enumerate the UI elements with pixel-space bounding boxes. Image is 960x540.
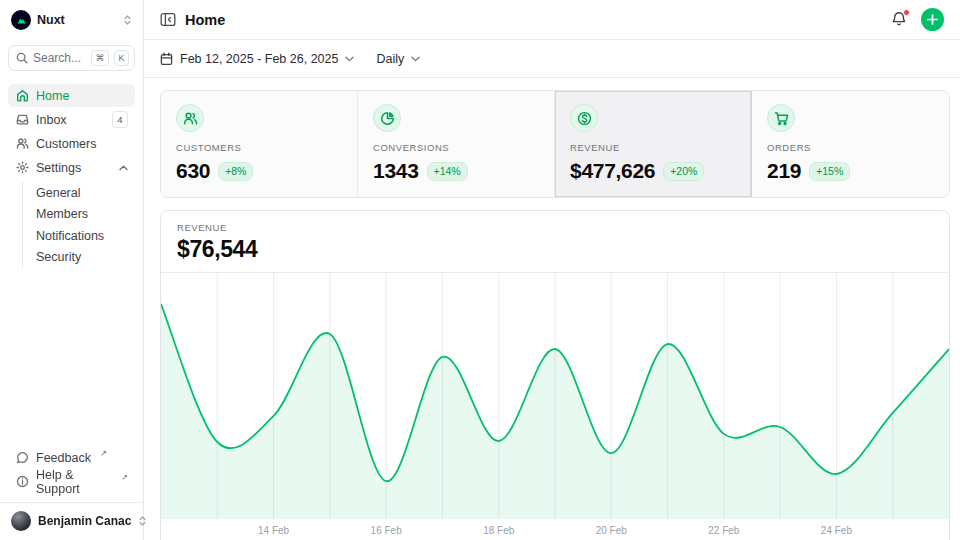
sidebar-spacer — [8, 270, 135, 446]
search-input[interactable]: Search... ⌘ K — [8, 45, 135, 71]
sidebar-subitem-security[interactable]: Security — [23, 247, 135, 269]
granularity-select[interactable]: Daily — [376, 52, 420, 66]
inbox-icon — [15, 113, 29, 126]
circle-dollar-icon — [570, 104, 598, 132]
sidebar-item-inbox[interactable]: Inbox 4 — [8, 108, 135, 131]
footer-link-label: Help & Support — [36, 468, 112, 496]
search-icon — [16, 52, 28, 64]
stat-card-orders[interactable]: ORDERS 219 +15% — [752, 91, 949, 197]
x-tick-label: 16 Feb — [371, 525, 402, 536]
chevron-up-down-icon — [123, 14, 132, 26]
stat-delta-badge: +8% — [218, 162, 253, 181]
filters-toolbar: Feb 12, 2025 - Feb 26, 2025 Daily — [144, 40, 960, 78]
chat-bubble-icon — [15, 451, 29, 464]
sidebar-subitem-notifications[interactable]: Notifications — [23, 225, 135, 247]
team-selector[interactable]: Nuxt — [8, 6, 135, 34]
kbd-meta: ⌘ — [91, 50, 109, 66]
stat-card-revenue[interactable]: REVENUE $477,626 +20% — [555, 91, 752, 197]
inbox-count-badge: 4 — [112, 111, 128, 129]
stat-label: CONVERSIONS — [373, 142, 539, 153]
stat-value: 219 — [767, 158, 801, 184]
subitem-label: General — [36, 186, 80, 200]
stat-value: $477,626 — [570, 158, 655, 184]
notification-dot — [903, 9, 910, 16]
x-tick-label: 20 Feb — [596, 525, 627, 536]
settings-submenu: General Members Notifications Security — [22, 182, 135, 268]
users-icon — [176, 104, 204, 132]
sidebar-footer-nav: Feedback ↗ Help & Support ↗ — [8, 446, 135, 494]
subitem-label: Members — [36, 207, 88, 221]
info-circle-icon — [15, 475, 29, 488]
date-range-picker[interactable]: Feb 12, 2025 - Feb 26, 2025 — [160, 52, 354, 66]
chart-pie-icon — [373, 104, 401, 132]
granularity-label: Daily — [376, 52, 404, 66]
chart-metric-value: $76,544 — [177, 236, 933, 262]
sidebar-subitem-general[interactable]: General — [23, 182, 135, 204]
chevron-down-icon — [411, 56, 420, 62]
stat-card-customers[interactable]: CUSTOMERS 630 +8% — [161, 91, 358, 197]
subitem-label: Security — [36, 250, 81, 264]
collapse-sidebar-icon[interactable] — [160, 12, 176, 27]
user-menu[interactable]: Benjamin Canac — [0, 502, 143, 540]
x-tick-label: 22 Feb — [708, 525, 739, 536]
stat-label: REVENUE — [570, 142, 736, 153]
sidebar-item-label: Inbox — [36, 113, 67, 127]
x-tick-label: 14 Feb — [258, 525, 289, 536]
main-panel: Home Feb 12, 2025 - Feb 26, 2025 Daily — [144, 0, 960, 540]
shopping-cart-icon — [767, 104, 795, 132]
external-link-icon: ↗ — [100, 449, 107, 458]
sidebar-item-label: Home — [36, 89, 69, 103]
chevron-up-icon — [119, 165, 128, 171]
stat-value: 1343 — [373, 158, 419, 184]
date-range-label: Feb 12, 2025 - Feb 26, 2025 — [180, 52, 338, 66]
gear-icon — [15, 161, 29, 174]
stat-delta-badge: +20% — [663, 162, 704, 181]
chart-x-axis: 14 Feb16 Feb18 Feb20 Feb22 Feb24 Feb — [161, 519, 949, 540]
calendar-icon — [160, 52, 173, 66]
page-title: Home — [185, 12, 225, 28]
chevron-up-down-icon — [138, 515, 147, 527]
help-support-link[interactable]: Help & Support ↗ — [8, 470, 135, 493]
feedback-link[interactable]: Feedback ↗ — [8, 446, 135, 469]
sidebar-nav: Home Inbox 4 Customers Settings Ge — [8, 84, 135, 270]
external-link-icon: ↗ — [121, 473, 128, 482]
team-name: Nuxt — [37, 13, 65, 27]
chart-header: REVENUE $76,544 — [161, 211, 949, 273]
sidebar-subitem-members[interactable]: Members — [23, 204, 135, 226]
x-tick-label: 24 Feb — [821, 525, 852, 536]
dashboard-content: CUSTOMERS 630 +8% CONVERSIONS 1343 +14% — [144, 78, 960, 540]
notifications-button[interactable] — [889, 9, 909, 30]
chart-metric-label: REVENUE — [177, 222, 933, 233]
users-icon — [15, 137, 29, 150]
stats-row: CUSTOMERS 630 +8% CONVERSIONS 1343 +14% — [160, 90, 950, 198]
sidebar-item-customers[interactable]: Customers — [8, 132, 135, 155]
topbar-actions — [889, 8, 944, 31]
topbar: Home — [144, 0, 960, 40]
home-icon — [15, 89, 29, 102]
avatar — [11, 511, 31, 531]
subitem-label: Notifications — [36, 229, 104, 243]
sidebar: Nuxt Search... ⌘ K Home Inbox 4 — [0, 0, 144, 540]
nuxt-logo-icon — [11, 10, 31, 30]
footer-link-label: Feedback — [36, 451, 91, 465]
x-tick-label: 18 Feb — [483, 525, 514, 536]
add-button[interactable] — [921, 8, 944, 31]
user-name: Benjamin Canac — [38, 514, 131, 528]
revenue-chart-svg — [161, 273, 949, 519]
search-placeholder: Search... — [33, 51, 86, 65]
sidebar-item-home[interactable]: Home — [8, 84, 135, 107]
chevron-down-icon — [345, 56, 354, 62]
stat-delta-badge: +15% — [809, 162, 850, 181]
revenue-chart-plot — [161, 273, 949, 519]
sidebar-item-label: Settings — [36, 161, 81, 175]
stat-label: ORDERS — [767, 142, 934, 153]
stat-label: CUSTOMERS — [176, 142, 342, 153]
sidebar-item-label: Customers — [36, 137, 96, 151]
stat-card-conversions[interactable]: CONVERSIONS 1343 +14% — [358, 91, 555, 197]
revenue-chart-card: REVENUE $76,544 14 Feb16 Feb18 Feb20 Feb… — [160, 210, 950, 540]
stat-delta-badge: +14% — [427, 162, 468, 181]
kbd-k: K — [114, 50, 129, 66]
stat-value: 630 — [176, 158, 210, 184]
sidebar-item-settings[interactable]: Settings — [8, 156, 135, 179]
